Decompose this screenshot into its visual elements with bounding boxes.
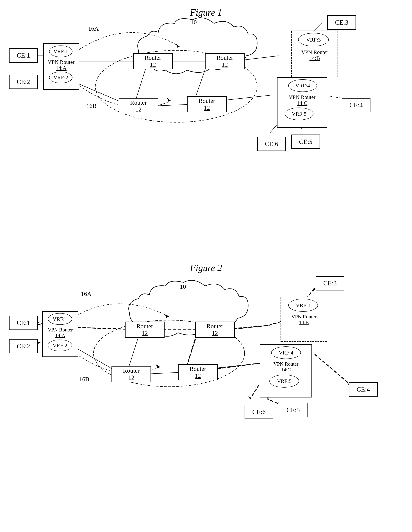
ce5-label-fig1: CE:5 [299,138,312,145]
label-16a-fig2: 16A [81,290,92,297]
ce5-box-fig2: CE:5 [279,403,308,417]
vpn-router-b-text1-fig1: VPN Router [292,49,337,55]
ce5-label-fig2: CE:5 [286,406,300,414]
vpn-router-a-fig2: VRF:1 VPN Router 14:A VRF:2 [42,311,78,357]
svg-marker-32 [248,396,251,399]
router12-tl-label2-fig1: 12 [150,61,156,68]
ce4-box-fig2: CE:4 [349,382,378,397]
ce5-box-fig1: CE:5 [291,134,320,149]
vpn-router-a-text1-fig1: VPN Router [44,59,79,65]
vrf1-label-fig2: VRF:1 [53,316,67,322]
r12-br-fig2-l1: Router [189,365,206,372]
r12-br-fig2-l2: 12 [195,372,201,379]
ce6-label-fig2: CE:6 [252,408,266,416]
ce1-box-fig1: CE:1 [9,48,38,63]
router12-tr-label1-fig1: Router [216,54,233,61]
router12-bot-right-fig2: Router 12 [178,364,218,380]
label-10-fig2: 10 [180,283,186,290]
router12-top-left-fig2: Router 12 [125,322,165,338]
label-16a-fig1: 16A [88,25,99,32]
vpn-router-b-text2-fig1: 14:B [292,55,337,61]
r12-bl-fig2-l2: 12 [128,374,134,381]
router12-tr-label2-fig1: 12 [222,61,228,68]
ce3-box-fig1: CE:3 [327,15,356,30]
vpn-router-a-text2-fig1: 14:A [44,65,79,71]
vpn-router-c-text1-fig1: VPN Router [278,94,327,100]
ce6-label-fig1: CE:6 [265,140,278,148]
ce2-label-fig1: CE:2 [17,78,30,86]
r12-tl-fig2-l1: Router [137,323,153,330]
router12-top-right-fig2: Router 12 [195,322,235,338]
ce1-label-fig2: CE:1 [17,319,30,327]
svg-marker-18 [156,364,160,368]
vpn-router-c-text1-fig2: VPN Router [260,361,311,367]
vrf3-label-fig1: VRF:3 [306,37,321,43]
ce2-label-fig2: CE:2 [17,342,30,350]
vpn-router-c-fig1: VRF:4 VPN Router 14:C VRF:5 [277,77,327,128]
vrf3-label-fig2: VRF:3 [296,302,310,308]
router12-bot-left-fig1: Router 12 [119,98,158,114]
vpn-router-c-text2-fig1: 14:C [278,100,327,106]
router12-bl-label2-fig1: 12 [135,106,141,113]
ce6-box-fig2: CE:6 [244,405,273,419]
router12-tl-label1-fig1: Router [145,54,161,61]
router12-br-label2-fig1: 12 [204,104,210,111]
vrf2-label-fig2: VRF:2 [53,342,67,349]
router12-br-label1-fig1: Router [198,97,215,104]
ce1-box-fig2: CE:1 [9,316,38,330]
ce2-box-fig1: CE:2 [9,75,38,89]
r12-tr-fig2-l1: Router [207,323,223,330]
vpn-router-a-fig1: VRF:1 VPN Router 14:A VRF:2 [43,43,79,90]
router12-bl-label1-fig1: Router [130,99,147,106]
vrf1-label-fig1: VRF:1 [53,48,68,55]
ce3-label-fig1: CE:3 [335,19,348,26]
vrf5-label-fig2: VRF:5 [277,378,292,384]
ce1-label-fig1: CE:1 [17,52,30,59]
ce2-box-fig2: CE:2 [9,339,38,353]
vpn-router-a-text1-fig2: VPN Router [43,327,78,333]
router12-bot-left-fig2: Router 12 [112,366,151,382]
router12-bot-right-fig1: Router 12 [187,96,227,112]
ce3-box-fig2: CE:3 [316,276,344,290]
r12-tl-fig2-l2: 12 [142,330,148,336]
vrf5-label-fig1: VRF:5 [292,111,306,117]
figure-1: Figure 1 [0,0,412,252]
vpn-router-b-text1-fig2: VPN Router [281,314,327,320]
ce4-label-fig1: CE:4 [349,101,363,109]
ce4-box-fig1: CE:4 [342,98,370,112]
router12-top-right-fig1: Router 12 [205,53,244,69]
label-10-fig1: 10 [191,19,197,26]
label-16b-fig2: 16B [79,376,89,383]
label-16b-fig1: 16B [86,103,97,109]
vpn-router-a-text2-fig2: 14:A [43,332,78,338]
vpn-router-b-fig1: VRF:3 VPN Router 14:B [291,31,338,77]
svg-line-7 [219,95,270,101]
router12-top-left-fig1: Router 12 [133,53,173,69]
vrf4-label-fig1: VRF:4 [295,83,310,89]
svg-line-5 [72,81,122,103]
r12-bl-fig2-l1: Router [123,367,140,374]
figure-2: Figure 2 [0,255,412,532]
ce4-label-fig2: CE:4 [357,386,370,393]
vrf2-label-fig1: VRF:2 [53,75,68,81]
r12-tr-fig2-l2: 12 [212,330,218,336]
vrf4-label-fig2: VRF:4 [279,350,293,356]
vpn-router-b-text2-fig2: 14:B [281,320,327,325]
ce6-box-fig1: CE:6 [257,137,286,151]
vpn-router-c-text2-fig2: 14:C [260,367,311,373]
vpn-router-b-fig2: VRF:3 VPN Router 14:B [281,297,327,342]
vpn-router-c-fig2: VRF:4 VPN Router 14:C VRF:5 [260,344,312,398]
ce3-label-fig2: CE:3 [323,279,337,287]
